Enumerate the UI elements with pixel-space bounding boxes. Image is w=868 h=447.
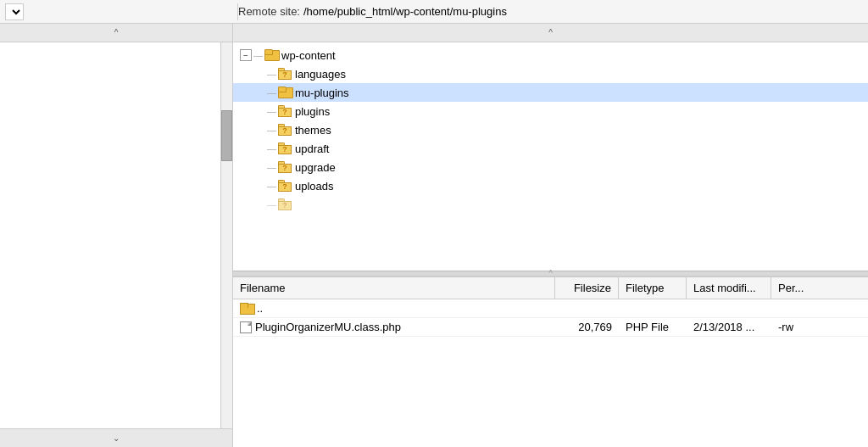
resize-handle-icon: ^ — [548, 269, 553, 277]
left-scroll-up-button[interactable]: ^ — [0, 24, 232, 42]
tree-item-label-languages: languages — [295, 68, 346, 81]
tree-content: − — wp-content — ? languages — [233, 42, 868, 217]
col-header-perms[interactable]: Per... — [771, 277, 868, 299]
left-scrollbar[interactable] — [220, 42, 232, 428]
tree-item-label-themes: themes — [295, 124, 331, 137]
folder-icon-wp-content — [264, 49, 278, 61]
left-panel-content — [0, 42, 232, 447]
right-panel: ^ − — wp-content — ? lang — [233, 24, 868, 447]
remote-site-bar: Remote site: /home/public_html/wp-conten… — [0, 0, 868, 24]
col-header-modified[interactable]: Last modifi... — [687, 277, 771, 299]
folder-icon-plugins: ? — [278, 105, 292, 117]
file-rows: .. PluginOrganizerMU.class.php 20,769 PH… — [233, 299, 868, 447]
tree-item-label-uploads: uploads — [295, 180, 334, 193]
tree-item-languages[interactable]: — ? languages — [233, 64, 868, 83]
col-header-filesize[interactable]: Filesize — [555, 277, 619, 299]
remote-site-path: /home/public_html/wp-content/mu-plugins — [303, 5, 863, 18]
tree-item-uploads[interactable]: — ? uploads — [233, 176, 868, 195]
folder-icon-updraft: ? — [278, 142, 292, 154]
folder-icon-mu-plugins — [278, 87, 292, 98]
left-scrollbar-thumb[interactable] — [221, 110, 232, 161]
folder-icon-languages: ? — [278, 68, 292, 80]
file-cell-plugin-perms: -rw — [771, 321, 868, 333]
file-list-header: Filename Filesize Filetype Last modifi..… — [233, 277, 868, 299]
resize-handle[interactable]: ^ — [233, 271, 868, 276]
folder-icon-uploads: ? — [278, 180, 292, 192]
file-cell-plugin-size: 20,769 — [555, 321, 619, 333]
folder-icon-partial: ? — [278, 198, 292, 210]
tree-item-mu-plugins[interactable]: — mu-plugins — [233, 83, 868, 102]
col-header-filetype[interactable]: Filetype — [619, 277, 687, 299]
tree-view: ^ − — wp-content — ? lang — [233, 24, 868, 277]
tree-item-label-wp-content: wp-content — [281, 49, 336, 62]
local-site-dropdown[interactable] — [5, 3, 24, 20]
tree-item-label-plugins: plugins — [295, 105, 330, 118]
remote-site-label: Remote site: — [238, 5, 300, 18]
tree-item-label-updraft: updraft — [295, 142, 329, 155]
tree-item-themes[interactable]: — ? themes — [233, 120, 868, 139]
file-list: Filename Filesize Filetype Last modifi..… — [233, 277, 868, 447]
folder-icon-themes: ? — [278, 124, 292, 136]
folder-icon-upgrade: ? — [278, 161, 292, 173]
tree-scroll-up-button[interactable]: ^ — [233, 24, 868, 42]
expand-wp-content-button[interactable]: − — [240, 49, 252, 61]
left-scroll-down-button[interactable]: ⌄ — [0, 428, 232, 447]
tree-item-updraft[interactable]: — ? updraft — [233, 139, 868, 158]
file-cell-parent-name: .. — [233, 302, 555, 315]
tree-item-label-upgrade: upgrade — [295, 161, 336, 174]
file-cell-plugin-modified: 2/13/2018 ... — [687, 321, 771, 333]
file-icon-plugin — [240, 321, 252, 333]
main-container: ^ ⌄ ^ − — wp-content — — [0, 24, 868, 447]
file-row-parent[interactable]: .. — [233, 299, 868, 318]
col-header-filename[interactable]: Filename — [233, 277, 555, 299]
file-cell-plugin-type: PHP File — [619, 321, 687, 333]
tree-item-partial[interactable]: — ? — [233, 195, 868, 214]
tree-item-label-mu-plugins: mu-plugins — [295, 87, 349, 99]
file-row-plugin-organizer[interactable]: PluginOrganizerMU.class.php 20,769 PHP F… — [233, 318, 868, 337]
left-panel: ^ ⌄ — [0, 24, 233, 447]
file-cell-plugin-name: PluginOrganizerMU.class.php — [233, 321, 555, 333]
folder-icon-parent — [240, 303, 253, 315]
tree-item-upgrade[interactable]: — ? upgrade — [233, 158, 868, 176]
tree-item-plugins[interactable]: — ? plugins — [233, 102, 868, 120]
tree-item-wp-content[interactable]: − — wp-content — [233, 46, 868, 64]
